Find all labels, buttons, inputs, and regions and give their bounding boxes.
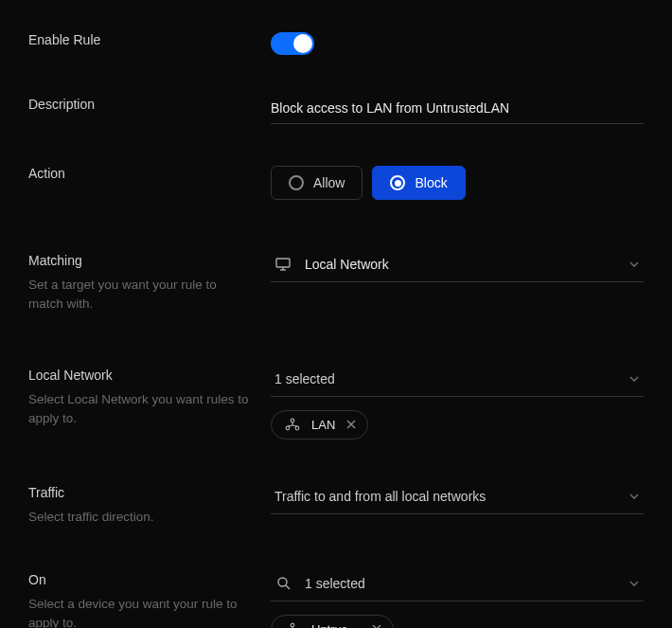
- svg-line-8: [292, 425, 297, 426]
- on-dropdown[interactable]: 1 selected: [271, 572, 644, 601]
- action-block-label: Block: [415, 175, 447, 190]
- description-label: Description: [28, 97, 252, 112]
- matching-label: Matching: [28, 253, 252, 268]
- chevron-down-icon: [628, 259, 640, 270]
- on-chip[interactable]: Untruste…: [271, 615, 394, 628]
- action-allow-label: Allow: [313, 175, 345, 190]
- description-input[interactable]: [271, 97, 644, 124]
- matching-value: Local Network: [305, 257, 615, 272]
- matching-dropdown[interactable]: Local Network: [271, 253, 644, 282]
- action-label: Action: [28, 166, 252, 181]
- on-summary: 1 selected: [305, 576, 615, 591]
- traffic-label: Traffic: [28, 485, 252, 500]
- svg-line-12: [286, 585, 290, 589]
- action-allow-radio[interactable]: Allow: [271, 166, 363, 200]
- close-icon[interactable]: [372, 624, 381, 628]
- on-sub: Select a device you want your rule to ap…: [28, 595, 252, 628]
- matching-sub: Set a target you want your rule to match…: [28, 276, 252, 314]
- local-network-dropdown[interactable]: 1 selected: [271, 368, 644, 397]
- action-block-radio[interactable]: Block: [372, 166, 465, 200]
- local-network-chip[interactable]: LAN: [271, 410, 368, 440]
- search-icon: [274, 576, 292, 590]
- monitor-icon: [274, 258, 292, 271]
- local-network-label: Local Network: [28, 368, 252, 383]
- svg-point-5: [295, 426, 299, 430]
- svg-line-7: [288, 425, 292, 426]
- svg-rect-0: [276, 259, 290, 267]
- enable-rule-label: Enable Rule: [28, 32, 252, 47]
- enable-rule-toggle[interactable]: [271, 32, 314, 55]
- network-icon: [285, 418, 300, 431]
- local-network-summary: 1 selected: [274, 371, 615, 386]
- chevron-down-icon: [628, 491, 640, 502]
- traffic-sub: Select traffic direction.: [28, 508, 252, 527]
- close-icon[interactable]: [346, 420, 356, 429]
- chevron-down-icon: [628, 373, 640, 385]
- on-chip-text: Untruste…: [311, 622, 361, 628]
- traffic-dropdown[interactable]: Traffic to and from all local networks: [271, 485, 644, 514]
- svg-point-13: [291, 623, 294, 627]
- chevron-down-icon: [628, 578, 640, 589]
- svg-point-3: [291, 419, 294, 422]
- local-network-chip-text: LAN: [311, 418, 335, 432]
- svg-point-4: [286, 426, 290, 430]
- network-icon: [285, 622, 300, 628]
- local-network-sub: Select Local Network you want rules to a…: [28, 390, 252, 429]
- svg-point-11: [278, 578, 287, 586]
- on-label: On: [28, 572, 252, 587]
- traffic-value: Traffic to and from all local networks: [274, 489, 615, 504]
